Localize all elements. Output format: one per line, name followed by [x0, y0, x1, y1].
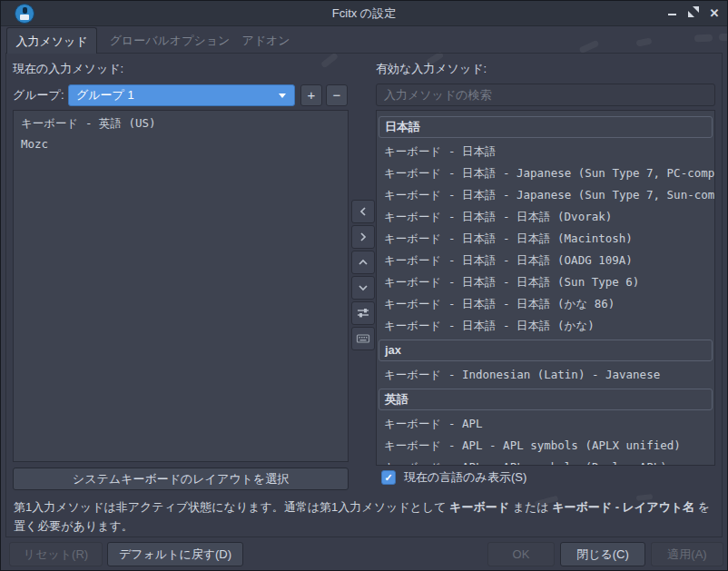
- tab-global-options[interactable]: グローバルオプション: [103, 27, 237, 54]
- list-item[interactable]: キーボード - Indonesian (Latin) - Javanese: [377, 364, 714, 386]
- keyboard-icon: [356, 331, 370, 346]
- reset-button[interactable]: リセット(R): [9, 542, 103, 566]
- configure-button[interactable]: [351, 301, 375, 325]
- move-down-button[interactable]: [351, 276, 375, 300]
- minimize-button[interactable]: [664, 5, 680, 22]
- group-label: グループ:: [13, 84, 64, 106]
- current-im-list[interactable]: キーボード - 英語 (US)Mozc: [13, 110, 349, 462]
- check-icon: ✓: [384, 472, 392, 483]
- list-item[interactable]: キーボード - 日本語 - Japanese (Sun Type 7, Sun-…: [377, 184, 714, 206]
- apply-button[interactable]: 適用(A): [651, 542, 723, 566]
- list-item[interactable]: キーボード - 日本語 - 日本語 (OADG 109A): [377, 250, 714, 271]
- keyboard-layout-button[interactable]: [351, 327, 375, 350]
- close-icon: ✕: [710, 6, 720, 20]
- add-group-button[interactable]: +: [300, 84, 322, 106]
- list-item[interactable]: Mozc: [14, 133, 348, 154]
- list-item[interactable]: キーボード - 日本語 - 日本語 (Macintosh): [377, 228, 714, 250]
- group-select-value: グループ 1: [76, 88, 134, 102]
- search-input[interactable]: [376, 84, 715, 106]
- language-group-header: 英語: [379, 389, 713, 410]
- chevron-up-icon: [357, 256, 369, 269]
- ok-button[interactable]: OK: [487, 542, 555, 566]
- available-im-list[interactable]: 日本語キーボード - 日本語キーボード - 日本語 - Japanese (Su…: [376, 110, 715, 466]
- close-button[interactable]: ✕: [706, 5, 723, 22]
- list-item[interactable]: キーボード - 日本語 - 日本語 (かな 86): [377, 293, 714, 315]
- only-current-language-row[interactable]: ✓ 現在の言語のみ表示(S): [381, 469, 526, 485]
- list-item[interactable]: キーボード - 日本語 - Japanese (Sun Type 7, PC-c…: [377, 162, 714, 184]
- chevron-left-icon: [357, 205, 369, 218]
- list-item[interactable]: キーボード - APL - APL symbols (APLX unified): [377, 435, 714, 457]
- tab-addons[interactable]: アドオン: [235, 27, 297, 54]
- move-up-button[interactable]: [351, 251, 375, 274]
- current-im-label: 現在の入力メソッド:: [13, 59, 123, 79]
- window-title: Fcitx の設定: [1, 1, 727, 26]
- restore-icon: [688, 6, 699, 17]
- footnote: 第1入力メソッドは非アクティブ状態になります。通常は第1入力メソッドとして キー…: [14, 497, 720, 536]
- only-current-language-label: 現在の言語のみ表示(S): [404, 469, 526, 486]
- tab-input-method[interactable]: 入力メソッド: [6, 27, 97, 54]
- fcitx-settings-window: Fcitx の設定 ✕ 入力メソッド グローバルオプション アドオン 現在の入力…: [0, 0, 728, 571]
- language-group-header: jax: [379, 340, 713, 361]
- group-select[interactable]: グループ 1: [68, 84, 295, 106]
- titlebar: Fcitx の設定 ✕: [1, 1, 727, 26]
- sliders-icon: [356, 306, 370, 320]
- language-group-header: 日本語: [379, 116, 713, 138]
- list-item[interactable]: キーボード - 英語 (US): [14, 113, 348, 133]
- chevron-down-icon: [357, 281, 369, 294]
- close-dialog-button[interactable]: 閉じる(C): [560, 542, 645, 566]
- remove-group-button[interactable]: −: [326, 84, 348, 106]
- restore-defaults-button[interactable]: デフォルトに戻す(D): [107, 542, 243, 566]
- move-left-button[interactable]: [351, 200, 375, 223]
- minimize-icon: [668, 14, 676, 15]
- chevron-right-icon: [357, 231, 369, 243]
- only-current-language-checkbox[interactable]: ✓: [381, 470, 396, 485]
- available-im-label: 有効な入力メソッド:: [376, 59, 487, 79]
- fcitx-logo-icon: [15, 4, 34, 24]
- list-item[interactable]: キーボード - APL - APL symbols (Dyalog APL): [377, 457, 714, 466]
- chevron-down-icon: [279, 94, 286, 98]
- list-item[interactable]: キーボード - 日本語: [377, 141, 714, 162]
- list-item[interactable]: キーボード - 日本語 - 日本語 (かな): [377, 315, 714, 337]
- restore-button[interactable]: [685, 5, 702, 22]
- list-item[interactable]: キーボード - 日本語 - 日本語 (Dvorak): [377, 206, 714, 228]
- move-right-button[interactable]: [351, 225, 375, 249]
- tab-bar: 入力メソッド グローバルオプション アドオン: [1, 26, 727, 54]
- select-system-layout-button[interactable]: システムキーボードのレイアウトを選択: [13, 468, 349, 490]
- list-item[interactable]: キーボード - 日本語 - 日本語 (Sun Type 6): [377, 271, 714, 293]
- list-item[interactable]: キーボード - APL: [377, 413, 714, 435]
